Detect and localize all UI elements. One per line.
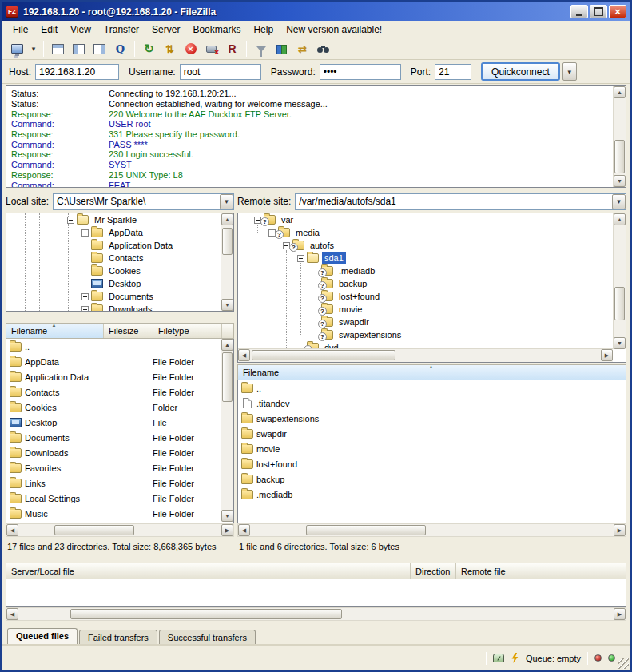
menu-server[interactable]: Server xyxy=(145,22,186,38)
file-row[interactable]: Application DataFile Folder xyxy=(6,369,233,384)
tree-item-lost-found[interactable]: lost+found xyxy=(238,290,626,303)
column-header-filename[interactable]: ▲ Filename xyxy=(6,324,104,338)
local-list-hscrollbar[interactable] xyxy=(6,523,234,537)
menu-new-version[interactable]: New version available! xyxy=(280,22,388,38)
scroll-right-button[interactable] xyxy=(614,524,626,536)
column-header-filesize[interactable]: Filesize xyxy=(104,324,153,338)
port-input[interactable] xyxy=(435,64,471,80)
host-input[interactable] xyxy=(35,64,119,80)
scroll-left-button[interactable] xyxy=(238,524,250,536)
scroll-right-button[interactable] xyxy=(221,524,233,536)
scroll-thumb[interactable] xyxy=(222,228,233,255)
local-site-input[interactable] xyxy=(54,196,220,207)
combobox-dropdown-icon[interactable] xyxy=(220,194,233,209)
tree-item-documents[interactable]: Documents xyxy=(6,290,233,303)
quickconnect-button[interactable]: Quickconnect xyxy=(481,62,560,81)
password-input[interactable] xyxy=(320,64,401,80)
scroll-thumb[interactable] xyxy=(54,525,134,535)
file-row-up[interactable]: .. xyxy=(238,380,626,396)
tab-queued-files[interactable]: Queued files xyxy=(7,628,78,646)
scroll-down-button[interactable] xyxy=(221,299,233,311)
local-site-combobox[interactable] xyxy=(53,193,234,210)
tree-item-appdata[interactable]: AppData xyxy=(6,226,233,239)
scroll-left-button[interactable] xyxy=(6,524,18,536)
column-header-direction[interactable]: Direction xyxy=(411,563,456,579)
queue-hscrollbar[interactable] xyxy=(6,607,626,621)
toggle-remote-tree-button[interactable] xyxy=(89,40,109,58)
file-row[interactable]: AppDataFile Folder xyxy=(6,354,233,369)
filename-filters-button[interactable] xyxy=(251,40,271,58)
tab-failed-transfers[interactable]: Failed transfers xyxy=(79,630,157,646)
file-row[interactable]: lost+found xyxy=(238,456,626,471)
scroll-up-button[interactable] xyxy=(614,86,626,98)
file-row[interactable]: .titandev xyxy=(238,396,626,411)
close-button[interactable] xyxy=(609,5,626,18)
file-row[interactable]: .mediadb xyxy=(238,487,626,502)
tree-item-cookies[interactable]: Cookies xyxy=(6,264,233,277)
column-header-remote-file[interactable]: Remote file xyxy=(456,563,626,579)
scroll-down-button[interactable] xyxy=(614,337,626,349)
username-input[interactable] xyxy=(180,64,261,80)
toggle-queue-button[interactable] xyxy=(110,40,130,58)
maximize-button[interactable] xyxy=(590,5,607,18)
file-row[interactable]: ContactsFile Folder xyxy=(6,384,233,400)
tab-successful-transfers[interactable]: Successful transfers xyxy=(159,630,256,646)
process-queue-button[interactable] xyxy=(160,40,180,58)
file-row[interactable]: backup xyxy=(238,471,626,487)
tree-item-application-data[interactable]: Application Data xyxy=(6,239,233,252)
collapse-icon[interactable] xyxy=(67,217,74,224)
menu-transfer[interactable]: Transfer xyxy=(97,22,145,38)
menu-edit[interactable]: Edit xyxy=(34,22,64,38)
file-row[interactable]: MusicFile Folder xyxy=(6,506,233,521)
remote-tree-hscrollbar[interactable] xyxy=(238,348,613,362)
tree-item-mr-sparkle[interactable]: Mr Sparkle xyxy=(6,213,233,226)
file-row[interactable]: DesktopFile xyxy=(6,415,233,430)
scroll-up-button[interactable] xyxy=(221,339,233,351)
expand-icon[interactable] xyxy=(81,229,89,237)
local-tree-scrollbar[interactable] xyxy=(221,213,233,311)
file-row[interactable]: Local SettingsFile Folder xyxy=(6,491,233,506)
expand-icon[interactable] xyxy=(81,306,89,312)
column-header-server-local-file[interactable]: Server/Local file xyxy=(6,563,411,579)
tree-item-contacts[interactable]: Contacts xyxy=(6,252,233,264)
tree-item-mediadb[interactable]: .mediadb xyxy=(238,264,626,277)
tree-item-downloads[interactable]: Downloads xyxy=(6,303,233,312)
site-manager-button[interactable] xyxy=(7,40,27,58)
toggle-message-log-button[interactable] xyxy=(48,40,68,58)
file-row[interactable]: FavoritesFile Folder xyxy=(6,460,233,475)
tree-item-movie[interactable]: movie xyxy=(238,303,626,316)
scroll-thumb[interactable] xyxy=(222,352,233,402)
menu-file[interactable]: File xyxy=(6,22,34,38)
speed-limit-icon[interactable] xyxy=(493,654,504,662)
tree-item-swapextensions[interactable]: swapextensions xyxy=(238,328,626,341)
file-row[interactable]: swapdir xyxy=(238,426,626,441)
file-row[interactable]: movie xyxy=(238,441,626,456)
remote-site-combobox[interactable] xyxy=(295,193,626,210)
resize-grip[interactable] xyxy=(618,658,629,669)
site-manager-dropdown[interactable] xyxy=(28,40,39,58)
scroll-thumb[interactable] xyxy=(70,609,342,619)
minimize-button[interactable] xyxy=(570,5,588,18)
file-row[interactable]: swapextensions xyxy=(238,411,626,426)
log-scrollbar[interactable] xyxy=(613,86,626,187)
combobox-dropdown-icon[interactable] xyxy=(612,194,626,209)
expand-icon[interactable] xyxy=(81,293,89,300)
column-header-filetype[interactable]: Filetype xyxy=(153,324,222,338)
remote-tree-scrollbar[interactable] xyxy=(613,213,626,349)
synchronized-browsing-button[interactable] xyxy=(292,40,312,58)
scroll-down-button[interactable] xyxy=(614,175,626,187)
local-list-scrollbar[interactable] xyxy=(221,339,233,522)
tree-item-backup[interactable]: backup xyxy=(238,277,626,290)
tree-item-desktop[interactable]: Desktop xyxy=(6,277,233,290)
disconnect-button[interactable] xyxy=(201,40,221,58)
tree-item-var[interactable]: var xyxy=(238,213,626,226)
file-row[interactable]: LinksFile Folder xyxy=(6,475,233,491)
scroll-up-button[interactable] xyxy=(221,213,233,225)
tree-item-swapdir[interactable]: swapdir xyxy=(238,316,626,328)
tree-item-sda1[interactable]: sda1 xyxy=(238,252,626,264)
scroll-thumb[interactable] xyxy=(614,287,625,320)
activity-icon[interactable] xyxy=(511,653,519,663)
menu-view[interactable]: View xyxy=(64,22,97,38)
column-header-filename[interactable]: ▲ Filename xyxy=(238,365,626,380)
file-row[interactable]: DocumentsFile Folder xyxy=(6,430,233,445)
